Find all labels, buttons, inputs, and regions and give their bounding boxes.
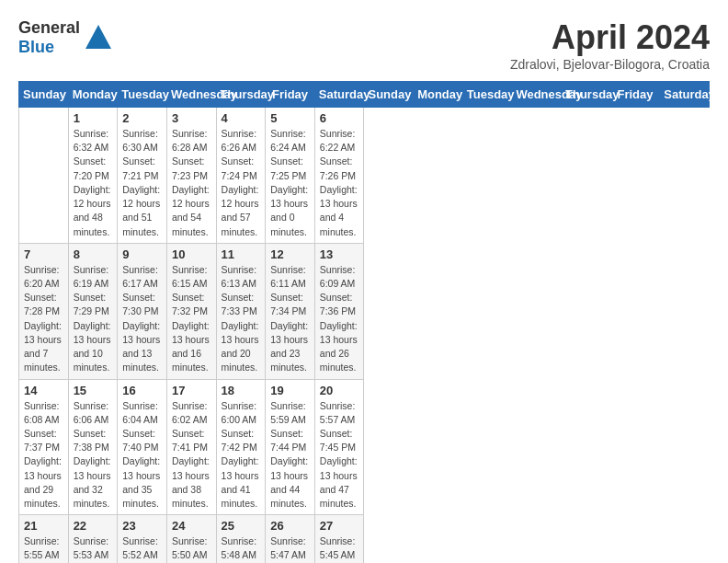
calendar-day-header: Thursday [562,82,611,108]
day-number: 14 [24,384,63,397]
svg-marker-0 [85,25,111,49]
calendar-cell: 6Sunrise: 6:22 AM Sunset: 7:26 PM Daylig… [314,108,364,244]
calendar-day-header: Wednesday [512,82,562,108]
day-number: 25 [222,519,261,533]
day-number: 24 [172,519,211,533]
calendar-cell: 26Sunrise: 5:47 AM Sunset: 7:53 PM Dayli… [266,515,315,563]
calendar-week-row: 1Sunrise: 6:32 AM Sunset: 7:20 PM Daylig… [19,108,710,244]
day-number: 23 [122,519,162,533]
calendar-header-row: SundayMondayTuesdayWednesdayThursdayFrid… [19,82,710,108]
calendar-cell: 8Sunrise: 6:19 AM Sunset: 7:29 PM Daylig… [68,243,118,379]
day-info: Sunrise: 6:17 AM Sunset: 7:30 PM Dayligh… [122,263,162,375]
calendar-cell: 20Sunrise: 5:57 AM Sunset: 7:45 PM Dayli… [314,379,364,515]
calendar-cell: 22Sunrise: 5:53 AM Sunset: 7:47 PM Dayli… [68,515,118,563]
calendar-day-header: Saturday [660,82,710,108]
calendar-day-header: Monday [414,82,463,108]
day-info: Sunrise: 5:53 AM Sunset: 7:47 PM Dayligh… [74,534,113,563]
day-info: Sunrise: 6:04 AM Sunset: 7:40 PM Dayligh… [122,399,162,511]
day-number: 21 [24,519,63,533]
day-number: 18 [222,384,261,397]
day-info: Sunrise: 5:55 AM Sunset: 7:46 PM Dayligh… [24,534,63,563]
day-info: Sunrise: 6:28 AM Sunset: 7:23 PM Dayligh… [172,127,211,239]
day-number: 16 [122,384,162,397]
day-info: Sunrise: 6:24 AM Sunset: 7:25 PM Dayligh… [270,127,310,239]
calendar-cell: 7Sunrise: 6:20 AM Sunset: 7:28 PM Daylig… [19,243,69,379]
calendar-week-row: 14Sunrise: 6:08 AM Sunset: 7:37 PM Dayli… [19,379,710,515]
calendar-cell: 5Sunrise: 6:24 AM Sunset: 7:25 PM Daylig… [266,108,315,244]
calendar-cell: 18Sunrise: 6:00 AM Sunset: 7:42 PM Dayli… [216,379,266,515]
calendar-cell: 13Sunrise: 6:09 AM Sunset: 7:36 PM Dayli… [314,243,364,379]
calendar-cell: 23Sunrise: 5:52 AM Sunset: 7:49 PM Dayli… [118,515,167,563]
calendar-cell: 10Sunrise: 6:15 AM Sunset: 7:32 PM Dayli… [166,243,216,379]
day-info: Sunrise: 6:20 AM Sunset: 7:28 PM Dayligh… [24,263,63,375]
day-number: 4 [222,111,261,125]
day-number: 20 [320,384,359,397]
day-info: Sunrise: 6:30 AM Sunset: 7:21 PM Dayligh… [122,127,162,239]
day-number: 17 [172,384,211,397]
calendar-cell: 19Sunrise: 5:59 AM Sunset: 7:44 PM Dayli… [266,379,315,515]
day-number: 10 [172,247,211,261]
calendar-table: SundayMondayTuesdayWednesdayThursdayFrid… [18,81,710,563]
calendar-week-row: 21Sunrise: 5:55 AM Sunset: 7:46 PM Dayli… [19,515,710,563]
calendar-cell: 17Sunrise: 6:02 AM Sunset: 7:41 PM Dayli… [166,379,216,515]
calendar-week-row: 7Sunrise: 6:20 AM Sunset: 7:28 PM Daylig… [19,243,710,379]
calendar-cell: 24Sunrise: 5:50 AM Sunset: 7:50 PM Dayli… [166,515,216,563]
day-info: Sunrise: 5:59 AM Sunset: 7:44 PM Dayligh… [270,399,310,511]
day-info: Sunrise: 6:22 AM Sunset: 7:26 PM Dayligh… [320,127,359,239]
day-info: Sunrise: 6:32 AM Sunset: 7:20 PM Dayligh… [74,127,113,239]
title-section: April 2024 Zdralovi, Bjelovar-Bilogora, … [510,18,710,72]
day-number: 26 [270,519,310,533]
day-info: Sunrise: 6:26 AM Sunset: 7:24 PM Dayligh… [222,127,261,239]
calendar-day-header: Monday [68,82,118,108]
day-number: 19 [270,384,310,397]
calendar-cell: 11Sunrise: 6:13 AM Sunset: 7:33 PM Dayli… [216,243,266,379]
day-info: Sunrise: 6:09 AM Sunset: 7:36 PM Dayligh… [320,263,359,375]
calendar-cell: 9Sunrise: 6:17 AM Sunset: 7:30 PM Daylig… [118,243,167,379]
day-number: 13 [320,247,359,261]
calendar-day-header: Thursday [216,82,266,108]
logo-general: General [18,18,80,37]
calendar-day-header: Sunday [19,82,69,108]
calendar-day-header: Tuesday [462,82,512,108]
day-info: Sunrise: 5:48 AM Sunset: 7:51 PM Dayligh… [222,534,261,563]
page-header: General Blue April 2024 Zdralovi, Bjelov… [18,18,710,72]
calendar-cell: 25Sunrise: 5:48 AM Sunset: 7:51 PM Dayli… [216,515,266,563]
day-number: 9 [122,247,162,261]
calendar-day-header: Sunday [364,82,414,108]
calendar-cell: 12Sunrise: 6:11 AM Sunset: 7:34 PM Dayli… [266,243,315,379]
month-title: April 2024 [510,18,710,57]
day-number: 11 [222,247,261,261]
logo-blue: Blue [18,38,54,56]
calendar-day-header: Wednesday [166,82,216,108]
logo: General Blue [18,18,113,57]
day-number: 5 [270,111,310,125]
day-info: Sunrise: 5:57 AM Sunset: 7:45 PM Dayligh… [320,399,359,511]
logo-text: General Blue [18,18,80,57]
day-number: 15 [74,384,113,397]
calendar-cell [19,108,69,244]
day-number: 12 [270,247,310,261]
day-info: Sunrise: 6:00 AM Sunset: 7:42 PM Dayligh… [222,399,261,511]
calendar-cell: 14Sunrise: 6:08 AM Sunset: 7:37 PM Dayli… [19,379,69,515]
calendar-cell: 27Sunrise: 5:45 AM Sunset: 7:54 PM Dayli… [314,515,364,563]
calendar-cell: 4Sunrise: 6:26 AM Sunset: 7:24 PM Daylig… [216,108,266,244]
day-info: Sunrise: 6:11 AM Sunset: 7:34 PM Dayligh… [270,263,310,375]
location: Zdralovi, Bjelovar-Bilogora, Croatia [510,57,710,72]
day-number: 27 [320,519,359,533]
calendar-day-header: Friday [266,82,315,108]
day-info: Sunrise: 6:15 AM Sunset: 7:32 PM Dayligh… [172,263,211,375]
day-number: 6 [320,111,359,125]
calendar-cell: 16Sunrise: 6:04 AM Sunset: 7:40 PM Dayli… [118,379,167,515]
day-number: 3 [172,111,211,125]
calendar-day-header: Saturday [314,82,364,108]
calendar-cell: 15Sunrise: 6:06 AM Sunset: 7:38 PM Dayli… [68,379,118,515]
calendar-day-header: Friday [610,82,660,108]
day-info: Sunrise: 5:52 AM Sunset: 7:49 PM Dayligh… [122,534,162,563]
day-info: Sunrise: 5:45 AM Sunset: 7:54 PM Dayligh… [320,534,359,563]
day-info: Sunrise: 6:06 AM Sunset: 7:38 PM Dayligh… [74,399,113,511]
day-number: 7 [24,247,63,261]
calendar-cell: 3Sunrise: 6:28 AM Sunset: 7:23 PM Daylig… [166,108,216,244]
day-number: 2 [122,111,162,125]
day-info: Sunrise: 6:08 AM Sunset: 7:37 PM Dayligh… [24,399,63,511]
calendar-cell: 1Sunrise: 6:32 AM Sunset: 7:20 PM Daylig… [68,108,118,244]
